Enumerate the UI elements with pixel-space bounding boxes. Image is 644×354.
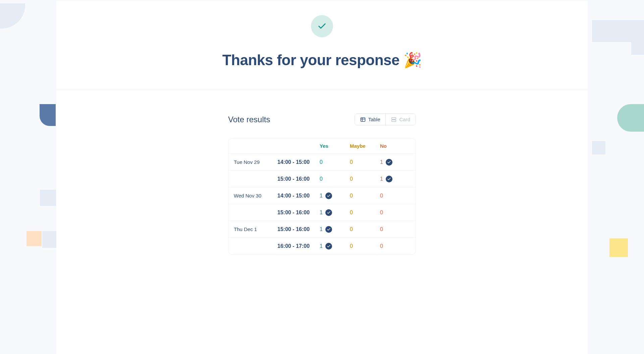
bg-decoration (609, 238, 628, 257)
view-toggle-group: Table Card (355, 114, 416, 125)
your-vote-badge-icon (325, 192, 332, 199)
vote-no-cell: 1 (380, 159, 410, 166)
column-no: No (380, 143, 410, 149)
vote-maybe-cell: 0 (350, 226, 380, 232)
bg-decoration (631, 42, 644, 55)
your-vote-badge-icon (386, 159, 392, 166)
column-maybe: Maybe (350, 143, 380, 149)
view-table-button[interactable]: Table (355, 114, 386, 125)
table-row: 16:00 - 17:00100 (228, 238, 416, 255)
vote-yes-cell: 0 (320, 159, 350, 165)
vote-yes-cell: 1 (320, 243, 350, 250)
card-icon (391, 117, 396, 122)
bg-decoration (617, 104, 644, 132)
view-table-label: Table (368, 117, 380, 122)
vote-no-cell: 0 (380, 243, 410, 249)
your-vote-badge-icon (325, 243, 332, 250)
svg-rect-3 (392, 118, 396, 119)
your-vote-badge-icon (325, 209, 332, 216)
vote-no-cell: 1 (380, 176, 410, 182)
success-check-icon (311, 15, 333, 37)
date-cell: Tue Nov 29 (234, 159, 277, 165)
time-cell: 14:00 - 15:00 (277, 159, 320, 165)
time-cell: 15:00 - 16:00 (277, 226, 320, 232)
table-row: Thu Dec 115:00 - 16:00100 (228, 221, 416, 238)
svg-rect-0 (361, 118, 365, 121)
vote-maybe-cell: 0 (350, 159, 380, 165)
results-title: Vote results (228, 115, 270, 124)
vote-yes-cell: 1 (320, 226, 350, 233)
date-cell: Wed Nov 30 (234, 193, 277, 198)
svg-rect-4 (392, 120, 396, 122)
table-icon (360, 117, 366, 122)
view-card-button[interactable]: Card (385, 114, 416, 125)
table-row: Tue Nov 2914:00 - 15:00001 (228, 154, 416, 171)
vote-maybe-cell: 0 (350, 243, 380, 249)
bg-decoration (592, 141, 605, 154)
vote-results-section: Vote results Table Card Yes Maybe No Tue… (228, 89, 416, 255)
bg-decoration (26, 231, 42, 246)
column-yes: Yes (320, 143, 350, 149)
vote-no-cell: 0 (380, 226, 410, 232)
date-cell: Thu Dec 1 (234, 226, 277, 232)
time-cell: 14:00 - 15:00 (277, 193, 320, 199)
view-card-label: Card (399, 117, 410, 122)
vote-yes-cell: 0 (320, 176, 350, 182)
results-table: Yes Maybe No Tue Nov 2914:00 - 15:000011… (228, 138, 416, 255)
bg-decoration (592, 20, 644, 42)
your-vote-badge-icon (386, 176, 392, 182)
vote-maybe-cell: 0 (350, 176, 380, 182)
time-cell: 15:00 - 16:00 (277, 176, 320, 182)
bg-decoration (0, 3, 25, 29)
time-cell: 15:00 - 16:00 (277, 210, 320, 216)
bg-decoration (40, 190, 56, 206)
confirmation-section: Thanks for your response 🎉 (56, 0, 588, 89)
bg-decoration (40, 104, 56, 126)
main-content-card: Thanks for your response 🎉 Vote results … (56, 0, 588, 354)
table-row: 15:00 - 16:00001 (228, 171, 416, 187)
page-title: Thanks for your response 🎉 (56, 51, 588, 69)
table-header-row: Yes Maybe No (228, 138, 416, 154)
time-cell: 16:00 - 17:00 (277, 243, 320, 249)
vote-maybe-cell: 0 (350, 193, 380, 199)
vote-yes-cell: 1 (320, 192, 350, 199)
your-vote-badge-icon (325, 226, 332, 233)
vote-no-cell: 0 (380, 210, 410, 216)
vote-yes-cell: 1 (320, 209, 350, 216)
vote-no-cell: 0 (380, 193, 410, 199)
results-header: Vote results Table Card (228, 114, 416, 125)
table-row: 15:00 - 16:00100 (228, 204, 416, 221)
vote-maybe-cell: 0 (350, 210, 380, 216)
table-row: Wed Nov 3014:00 - 15:00100 (228, 187, 416, 204)
